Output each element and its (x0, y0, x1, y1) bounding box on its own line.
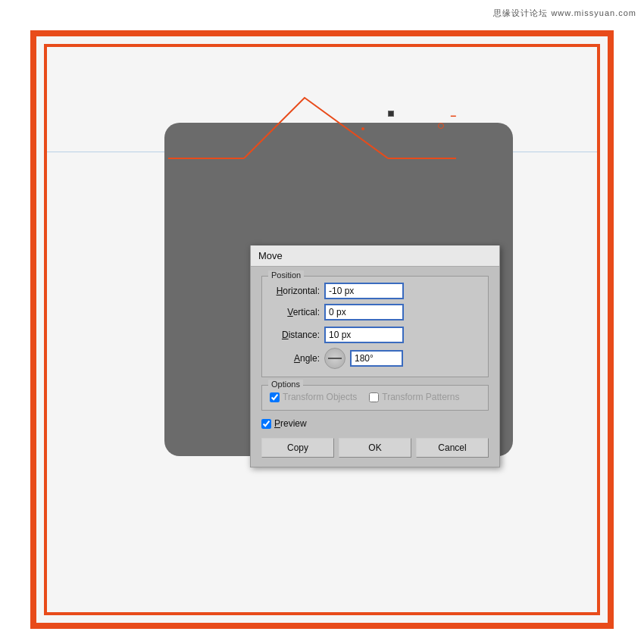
distance-row: Distance: (270, 327, 480, 343)
dialog-body: Position Horizontal: Vertical: (251, 267, 499, 467)
options-legend: Options (268, 380, 303, 389)
ok-button[interactable]: OK (339, 438, 411, 458)
button-row: Copy OK Cancel (261, 438, 489, 458)
position-legend: Position (268, 270, 304, 280)
distance-label-text: istance: (289, 330, 320, 340)
canvas-inner: − Move Position Horizontal: (44, 44, 600, 615)
vertical-input[interactable] (324, 304, 404, 320)
preview-row: Preview (261, 418, 489, 429)
copy-button[interactable]: Copy (261, 438, 334, 458)
transform-objects-item: Transform Objects (270, 392, 357, 402)
angle-row: Angle: (270, 348, 480, 369)
distance-input[interactable] (324, 327, 404, 343)
horizontal-label: Horizontal: (270, 286, 324, 296)
horizontal-input[interactable] (324, 283, 404, 299)
angle-dial[interactable] (324, 348, 345, 369)
triangle-shape (168, 79, 471, 170)
watermark: 思缘设计论坛 www.missyuan.com (493, 8, 636, 19)
move-dialog: Move Position Horizontal: Vertical: (250, 245, 500, 467)
transform-objects-checkbox[interactable] (270, 392, 280, 402)
minus-sign: − (450, 110, 456, 122)
preview-label-text: review (280, 418, 307, 429)
preview-checkbox[interactable] (261, 419, 271, 429)
canvas-area: − Move Position Horizontal: (30, 30, 614, 629)
angle-label-text: ngle: (300, 353, 320, 364)
position-group: Position Horizontal: Vertical: (261, 276, 489, 377)
checkbox-row: Transform Objects Transform Patterns (270, 392, 480, 402)
distance-label: Distance: (270, 330, 324, 340)
transform-patterns-label: Transform Patterns (382, 392, 459, 402)
horizontal-label-text: orizontal: (283, 286, 320, 296)
vertical-label: Vertical: (270, 307, 324, 317)
angle-dial-indicator (328, 358, 342, 359)
handle-square (388, 111, 394, 117)
red-dot (361, 127, 364, 130)
angle-label: Angle: (270, 353, 324, 364)
transform-patterns-checkbox[interactable] (369, 392, 379, 402)
handle-circle (438, 123, 444, 129)
vertical-label-text: ertical: (293, 307, 320, 317)
angle-input[interactable] (350, 350, 403, 367)
preview-label: Preview (274, 418, 307, 429)
vertical-row: Vertical: (270, 304, 480, 320)
cancel-button[interactable]: Cancel (416, 438, 489, 458)
options-group: Options Transform Objects Transform Patt… (261, 385, 489, 411)
transform-patterns-item: Transform Patterns (369, 392, 459, 402)
horizontal-row: Horizontal: (270, 283, 480, 299)
transform-objects-label: Transform Objects (283, 392, 357, 402)
dialog-title: Move (251, 245, 499, 267)
